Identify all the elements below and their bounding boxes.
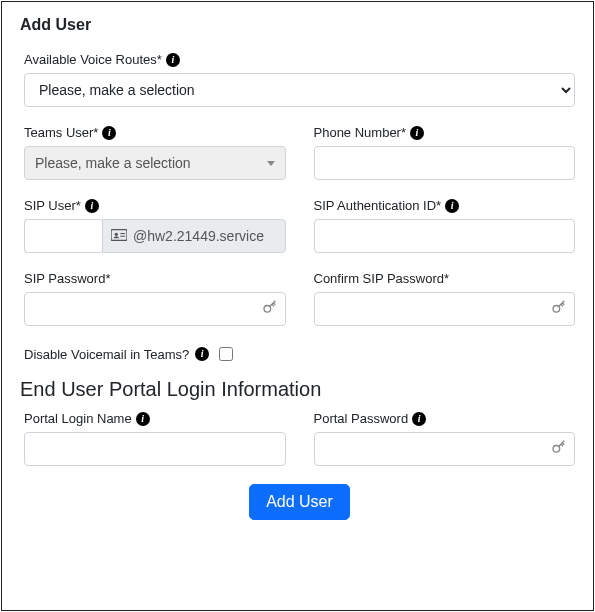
voice-routes-field: Available Voice Routes* i Please, make a… — [24, 52, 575, 107]
info-icon[interactable]: i — [136, 412, 150, 426]
dialog-title: Add User — [20, 16, 575, 34]
info-icon[interactable]: i — [410, 126, 424, 140]
sip-user-input-group: @hw2.21449.service — [24, 219, 286, 253]
portal-login-label: Portal Login Name i — [24, 411, 286, 426]
teams-user-label: Teams User* i — [24, 125, 286, 140]
info-icon[interactable]: i — [166, 53, 180, 67]
sip-user-domain-text: @hw2.21449.service — [133, 228, 264, 244]
svg-rect-0 — [111, 229, 127, 240]
confirm-sip-password-label-text: Confirm SIP Password* — [314, 271, 450, 286]
submit-row: Add User — [24, 484, 575, 520]
portal-password-input[interactable] — [314, 432, 576, 466]
svg-rect-2 — [120, 233, 125, 234]
phone-number-label-text: Phone Number* — [314, 125, 407, 140]
svg-rect-3 — [120, 235, 125, 236]
voice-routes-label-text: Available Voice Routes* — [24, 52, 162, 67]
sip-user-label-text: SIP User* — [24, 198, 81, 213]
info-icon[interactable]: i — [85, 199, 99, 213]
teams-user-label-text: Teams User* — [24, 125, 98, 140]
portal-login-label-text: Portal Login Name — [24, 411, 132, 426]
portal-password-label-text: Portal Password — [314, 411, 409, 426]
sip-auth-id-label-text: SIP Authentication ID* — [314, 198, 442, 213]
id-card-icon — [111, 228, 127, 245]
svg-point-1 — [115, 232, 118, 235]
voice-routes-label: Available Voice Routes* i — [24, 52, 575, 67]
confirm-sip-password-input[interactable] — [314, 292, 576, 326]
voice-routes-select[interactable]: Please, make a selection — [24, 73, 575, 107]
portal-section-heading: End User Portal Login Information — [20, 378, 575, 401]
chevron-down-icon — [267, 161, 275, 166]
sip-password-label-text: SIP Password* — [24, 271, 110, 286]
portal-password-label: Portal Password i — [314, 411, 576, 426]
sip-user-field: SIP User* i @hw2.21449.service — [24, 198, 286, 253]
sip-password-label: SIP Password* — [24, 271, 286, 286]
disable-voicemail-checkbox[interactable] — [219, 347, 233, 361]
portal-login-input[interactable] — [24, 432, 286, 466]
phone-number-label: Phone Number* i — [314, 125, 576, 140]
confirm-sip-password-label: Confirm SIP Password* — [314, 271, 576, 286]
sip-password-field: SIP Password* — [24, 271, 286, 326]
sip-auth-id-label: SIP Authentication ID* i — [314, 198, 576, 213]
phone-number-input[interactable] — [314, 146, 576, 180]
info-icon[interactable]: i — [195, 347, 209, 361]
phone-number-field: Phone Number* i — [314, 125, 576, 180]
teams-user-placeholder: Please, make a selection — [35, 155, 191, 171]
disable-voicemail-label: Disable Voicemail in Teams? — [24, 347, 189, 362]
sip-auth-id-field: SIP Authentication ID* i — [314, 198, 576, 253]
portal-login-field: Portal Login Name i — [24, 411, 286, 466]
confirm-sip-password-field: Confirm SIP Password* — [314, 271, 576, 326]
sip-user-label: SIP User* i — [24, 198, 286, 213]
info-icon[interactable]: i — [412, 412, 426, 426]
form-area: Available Voice Routes* i Please, make a… — [20, 52, 575, 520]
sip-password-input[interactable] — [24, 292, 286, 326]
info-icon[interactable]: i — [445, 199, 459, 213]
sip-auth-id-input[interactable] — [314, 219, 576, 253]
portal-password-field: Portal Password i — [314, 411, 576, 466]
sip-user-domain: @hw2.21449.service — [102, 219, 286, 253]
add-user-button[interactable]: Add User — [249, 484, 350, 520]
teams-user-select[interactable]: Please, make a selection — [24, 146, 286, 180]
info-icon[interactable]: i — [102, 126, 116, 140]
teams-user-field: Teams User* i Please, make a selection — [24, 125, 286, 180]
sip-user-input[interactable] — [24, 219, 102, 253]
add-user-dialog: Add User Available Voice Routes* i Pleas… — [1, 1, 594, 611]
disable-voicemail-row: Disable Voicemail in Teams? i — [24, 344, 575, 364]
